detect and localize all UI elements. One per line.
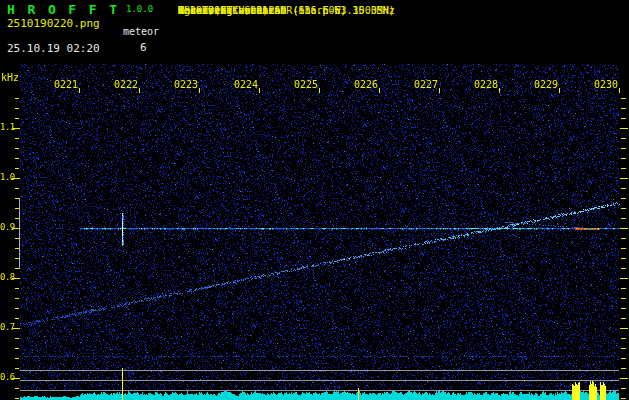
hrofft-window: H R O F F T 1.0.0 2510190220.png meteor … <box>0 0 629 400</box>
spectrogram-canvas <box>0 60 629 400</box>
meteor-count-badge: 6 <box>140 41 147 54</box>
info-value: 2el-HB9CV Vertical (el. E-W) <box>178 5 347 17</box>
file-name: 2510190220.png <box>7 17 100 30</box>
app-version: 1.0.0 <box>126 4 153 14</box>
mode-label: meteor <box>123 26 159 37</box>
datetime-label: 25.10.19 02:20 <box>7 42 100 55</box>
app-title: H R O F F T <box>7 2 120 17</box>
